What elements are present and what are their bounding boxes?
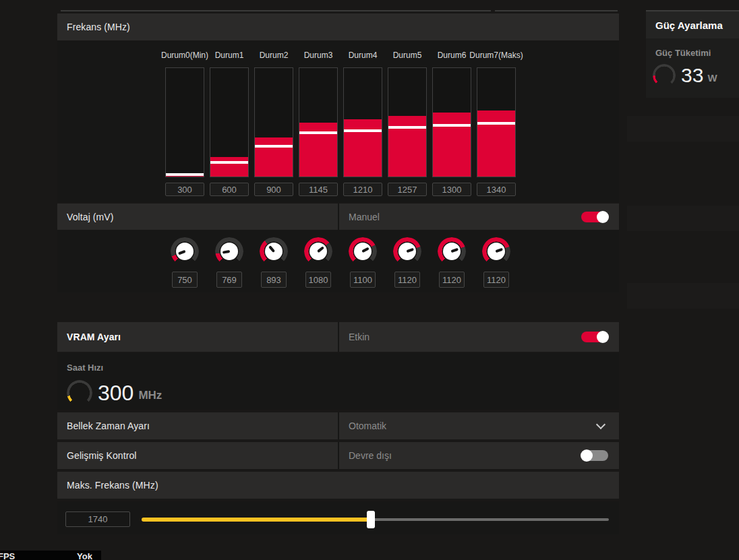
knob-needle [361, 247, 370, 253]
frequency-state-label: Durum7(Maks) [469, 51, 523, 61]
voltage-mode-label: Manuel [349, 212, 380, 222]
voltage-value-input[interactable] [305, 272, 331, 288]
vram-enabled-toggle[interactable] [581, 332, 608, 342]
voltage-knob[interactable] [304, 237, 332, 266]
frequency-bar-fill [344, 119, 382, 177]
slider-thumb[interactable] [367, 511, 375, 528]
memory-timing-label-cell: Bellek Zaman Ayarı [57, 412, 338, 439]
voltage-knob[interactable] [438, 237, 466, 266]
frequency-current-line [255, 145, 293, 148]
toggle-knob [581, 449, 593, 462]
voltage-knob[interactable] [349, 237, 377, 266]
frequency-state-columns: Durum0(Min) Durum1 Durum2 Durum3 Durum4 [165, 40, 516, 196]
vram-title: VRAM Ayarı [67, 332, 121, 342]
frequency-current-line [477, 122, 515, 125]
frequency-state-label: Durum4 [349, 51, 378, 61]
knob-needle [317, 246, 324, 253]
voltage-value-input[interactable] [261, 272, 287, 288]
frequency-current-line [299, 131, 337, 134]
max-frequency-label: Maks. Frekans (MHz) [67, 480, 158, 491]
voltage-value-input[interactable] [394, 272, 420, 288]
voltage-value-input[interactable] [350, 272, 376, 288]
voltage-knob-column [210, 230, 249, 288]
clock-speed-gauge-icon [67, 380, 92, 406]
voltage-knob[interactable] [393, 237, 421, 266]
frequency-state-bar[interactable] [343, 67, 382, 177]
advanced-control-label-cell: Gelişmiş Kontrol [57, 442, 338, 469]
frequency-current-line [388, 126, 426, 129]
frequency-state-column: Durum5 [388, 40, 427, 196]
max-frequency-body [57, 501, 619, 534]
advanced-control-cell: Devre dışı [339, 442, 619, 469]
advanced-control-label: Gelişmiş Kontrol [67, 450, 137, 461]
voltage-knob[interactable] [215, 237, 243, 266]
frequency-value-input[interactable] [343, 183, 382, 196]
frequency-state-column: Durum3 [299, 40, 338, 196]
voltage-value-input[interactable] [483, 272, 509, 288]
frequency-state-label: Durum0(Min) [161, 51, 208, 61]
vram-section-header: VRAM Ayarı Etkin [57, 322, 619, 352]
previous-section-edge [61, 10, 491, 11]
knob-needle [495, 248, 503, 253]
frequency-section-header: Frekans (MHz) [57, 13, 619, 40]
previous-section-edge [495, 10, 618, 11]
knob-needle [178, 250, 186, 255]
voltage-knob[interactable] [260, 237, 288, 266]
toggle-knob [597, 331, 609, 343]
frequency-title-cell: Frekans (MHz) [57, 13, 619, 40]
max-frequency-slider[interactable] [142, 511, 609, 528]
voltage-manual-toggle[interactable] [581, 212, 608, 222]
frequency-current-line [166, 173, 204, 176]
voltage-title: Voltaj (mV) [67, 212, 114, 222]
frequency-value-input[interactable] [254, 183, 293, 196]
frequency-value-input[interactable] [388, 183, 427, 196]
power-consumption-value: 33 [681, 65, 703, 86]
frequency-state-column: Durum7(Maks) [477, 40, 516, 196]
voltage-knob-column [343, 230, 382, 288]
voltage-knob-column [299, 230, 338, 288]
dimmed-background-row [627, 283, 739, 309]
frequency-state-label: Durum6 [438, 51, 467, 61]
frequency-state-bar[interactable] [299, 67, 338, 177]
frequency-bar-fill [255, 137, 293, 177]
frequency-value-input[interactable] [299, 183, 338, 196]
metrics-overlay-metric: FPS [0, 551, 15, 560]
vram-status-cell: Etkin [339, 322, 619, 352]
frequency-bar-fill [477, 111, 515, 177]
max-frequency-title-cell: Maks. Frekans (MHz) [57, 472, 619, 499]
frequency-state-column: Durum0(Min) [165, 40, 204, 196]
vram-title-cell: VRAM Ayarı [57, 322, 338, 352]
metrics-overlay-value: Yok [77, 551, 92, 560]
voltage-value-input[interactable] [172, 272, 198, 288]
voltage-value-input[interactable] [439, 272, 465, 288]
voltage-knob-column [254, 230, 293, 288]
voltage-mode-cell: Manuel [339, 204, 619, 230]
frequency-state-bar[interactable] [165, 67, 204, 177]
frequency-state-bar[interactable] [210, 67, 249, 177]
frequency-state-bar[interactable] [477, 67, 516, 177]
memory-timing-select[interactable]: Otomatik [339, 412, 619, 439]
voltage-knob[interactable] [171, 237, 199, 266]
chevron-down-icon[interactable] [596, 420, 605, 429]
frequency-chart-body: Durum0(Min) Durum1 Durum2 Durum3 Durum4 [57, 40, 619, 202]
frequency-value-input[interactable] [165, 183, 204, 196]
frequency-state-column: Durum6 [432, 40, 471, 196]
tuning-screen: Frekans (MHz) Durum0(Min) Durum1 Durum2 … [0, 0, 739, 560]
frequency-value-input[interactable] [210, 183, 249, 196]
frequency-state-bar[interactable] [432, 67, 471, 177]
voltage-knob-column [388, 230, 427, 288]
advanced-control-toggle[interactable] [581, 450, 608, 461]
frequency-state-bar[interactable] [254, 67, 293, 177]
advanced-control-row: Gelişmiş Kontrol Devre dışı [57, 442, 619, 469]
power-consumption-body: Güç Tüketimi 33 W [646, 38, 739, 98]
clock-speed-value: 300 [98, 382, 134, 404]
frequency-value-input[interactable] [432, 183, 471, 196]
voltage-knob[interactable] [482, 237, 510, 266]
voltage-value-input[interactable] [216, 272, 242, 288]
frequency-value-input[interactable] [477, 183, 516, 196]
frequency-state-bar[interactable] [388, 67, 427, 177]
max-frequency-input[interactable] [65, 511, 130, 527]
voltage-knob-columns [165, 230, 516, 288]
knob-needle [223, 250, 231, 254]
power-tuning-header: Güç Ayarlama [646, 10, 739, 38]
